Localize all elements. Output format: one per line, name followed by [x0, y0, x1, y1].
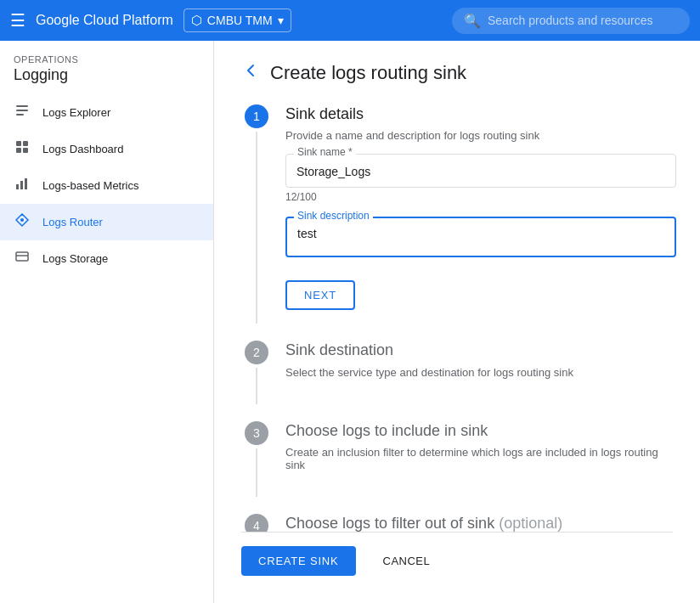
sidebar: Operations Logging Logs Explorer Logs Da…: [0, 41, 214, 603]
sidebar-item-logs-router[interactable]: Logs Router: [0, 204, 213, 240]
back-button[interactable]: [241, 61, 260, 84]
page-title: Create logs routing sink: [270, 62, 466, 84]
step-3-line: [256, 448, 257, 497]
svg-rect-0: [16, 105, 28, 107]
sidebar-item-logs-dashboard[interactable]: Logs Dashboard: [0, 131, 213, 167]
step-2-title: Sink destination: [285, 341, 673, 360]
topbar: ☰ Google Cloud Platform ⬡ CMBU TMM ▾ 🔍: [0, 0, 700, 41]
sidebar-item-label: Logs Storage: [42, 252, 108, 265]
bottom-actions: CREATE SINK CANCEL: [241, 532, 673, 583]
step-4-title-text: Choose logs to filter out of sink: [285, 515, 494, 532]
sink-description-input[interactable]: test: [285, 217, 676, 257]
step-2-subtitle: Select the service type and destination …: [285, 366, 673, 379]
char-count: 12/100: [285, 191, 676, 203]
svg-rect-6: [23, 148, 28, 153]
sidebar-title: Logging: [14, 66, 200, 84]
sidebar-item-logs-explorer[interactable]: Logs Explorer: [0, 94, 213, 131]
step-1-indicator: 1: [241, 104, 272, 324]
svg-rect-5: [16, 148, 21, 153]
svg-rect-1: [16, 110, 28, 111]
search-bar[interactable]: 🔍: [452, 8, 690, 34]
step-2-circle: 2: [245, 341, 268, 364]
svg-rect-2: [16, 114, 24, 116]
svg-rect-4: [23, 141, 28, 146]
step-2: 2 Sink destination Select the service ty…: [241, 341, 673, 403]
step-3-body: Choose logs to include in sink Create an…: [272, 421, 673, 497]
logs-metrics-icon: [14, 176, 31, 195]
create-sink-button[interactable]: CREATE SINK: [241, 546, 356, 576]
sidebar-item-label: Logs Router: [42, 216, 103, 228]
step-2-body: Sink destination Select the service type…: [272, 341, 673, 403]
search-input[interactable]: [488, 14, 678, 27]
project-name: CMBU TMM: [207, 14, 273, 27]
sink-name-group: Sink name * 12/100: [285, 154, 676, 203]
step-1: 1 Sink details Provide a name and descri…: [241, 104, 673, 324]
sidebar-item-label: Logs Dashboard: [42, 143, 123, 155]
step-4-optional: (optional): [494, 515, 562, 532]
sink-name-input[interactable]: [285, 154, 676, 188]
step-2-line: [256, 368, 257, 403]
logs-explorer-icon: [14, 103, 31, 122]
svg-rect-7: [16, 184, 19, 189]
page-header: Create logs routing sink: [241, 61, 673, 84]
logs-storage-icon: [14, 249, 31, 268]
step-2-indicator: 2: [241, 341, 272, 403]
svg-rect-8: [20, 181, 23, 189]
svg-point-10: [20, 218, 24, 222]
sidebar-header: Operations Logging: [0, 48, 213, 94]
main-content: Create logs routing sink 1 Sink details …: [214, 41, 700, 603]
project-selector[interactable]: ⬡ CMBU TMM ▾: [183, 8, 291, 32]
project-icon: ⬡: [191, 13, 202, 28]
next-button[interactable]: NEXT: [285, 280, 355, 310]
svg-rect-3: [16, 141, 21, 146]
step-3: 3 Choose logs to include in sink Create …: [241, 421, 673, 497]
svg-rect-9: [25, 178, 27, 189]
sink-name-label: Sink name *: [294, 146, 356, 158]
sink-description-wrapper: Sink description test: [285, 217, 676, 260]
step-3-indicator: 3: [241, 421, 272, 497]
search-icon: 🔍: [464, 13, 481, 29]
step-1-subtitle: Provide a name and description for logs …: [285, 129, 676, 142]
logs-router-icon: [14, 212, 31, 232]
step-3-title: Choose logs to include in sink: [285, 421, 673, 441]
svg-rect-11: [16, 252, 28, 261]
step-3-circle: 3: [245, 421, 268, 445]
step-1-circle: 1: [245, 104, 268, 128]
sink-name-wrapper: Sink name *: [285, 154, 676, 188]
cancel-button[interactable]: CANCEL: [370, 546, 444, 576]
sink-description-label: Sink description: [294, 210, 373, 222]
sink-description-group: Sink description test: [285, 217, 676, 260]
step-3-subtitle: Create an inclusion filter to determine …: [285, 446, 673, 471]
sidebar-item-logs-based-metrics[interactable]: Logs-based Metrics: [0, 167, 213, 204]
project-dropdown-icon: ▾: [278, 14, 284, 27]
step-1-body: Sink details Provide a name and descript…: [272, 104, 676, 324]
menu-icon[interactable]: ☰: [10, 10, 25, 31]
logs-dashboard-icon: [14, 139, 31, 159]
app-logo: Google Cloud Platform: [36, 13, 173, 28]
step-1-title: Sink details: [285, 104, 676, 124]
sidebar-sub-title: Operations: [14, 54, 200, 65]
sidebar-item-label: Logs Explorer: [42, 106, 110, 119]
sidebar-item-logs-storage[interactable]: Logs Storage: [0, 240, 213, 277]
step-1-line: [256, 132, 257, 324]
main-layout: Operations Logging Logs Explorer Logs Da…: [0, 41, 700, 603]
sidebar-item-label: Logs-based Metrics: [42, 179, 138, 192]
